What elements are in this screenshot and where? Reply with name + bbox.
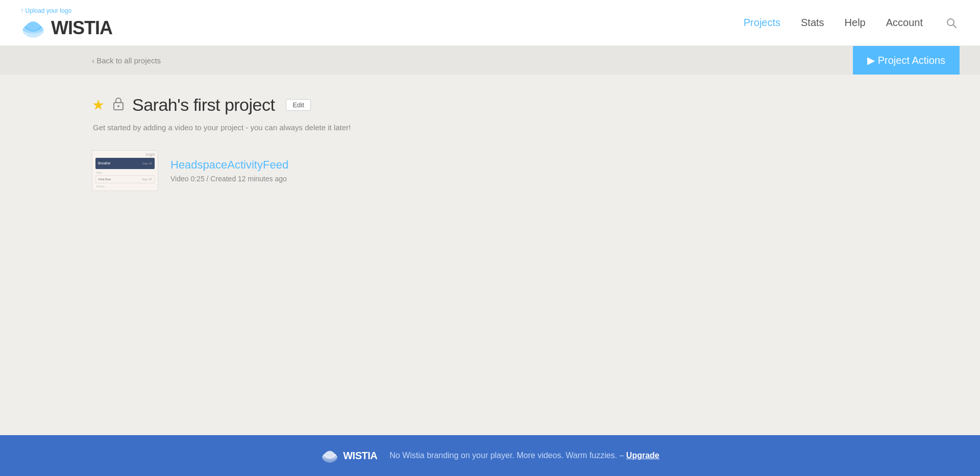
wistia-logo-icon xyxy=(20,18,46,38)
lock-icon xyxy=(113,97,124,113)
svg-line-1 xyxy=(953,25,957,28)
header-nav: Projects Stats Help Account xyxy=(744,15,960,31)
video-item[interactable]: bright Breathe Sep 19 Mini First Run Sep… xyxy=(92,150,960,191)
project-title-row: ★ Sarah's first project Edit xyxy=(92,95,960,115)
thumb-bar-light-1: First Run Sep 19 xyxy=(95,175,155,183)
search-button[interactable] xyxy=(943,15,960,31)
footer: WISTIA No Wistia branding on your player… xyxy=(0,435,980,476)
project-subtitle: Get started by adding a video to your pr… xyxy=(93,123,960,132)
sub-header: ‹ Back to all projects ▶ Project Actions xyxy=(0,46,980,75)
header: ↑ Upload your logo WISTIA Projects Stats… xyxy=(0,0,980,46)
footer-logo-text: WISTIA xyxy=(343,450,377,462)
video-info: HeadspaceActivityFeed Video 0:25 / Creat… xyxy=(170,158,288,183)
wistia-logo-text: WISTIA xyxy=(51,17,112,39)
main-content: ★ Sarah's first project Edit Get started… xyxy=(0,75,980,435)
logo-area: WISTIA xyxy=(20,17,112,39)
header-left: ↑ Upload your logo WISTIA xyxy=(20,7,112,39)
project-actions-button[interactable]: ▶ Project Actions xyxy=(853,46,960,75)
footer-upgrade-link[interactable]: Upgrade xyxy=(626,451,659,460)
nav-account[interactable]: Account xyxy=(886,17,923,29)
footer-logo: WISTIA xyxy=(321,448,377,463)
video-title-link[interactable]: HeadspaceActivityFeed xyxy=(170,158,288,172)
search-icon xyxy=(945,17,958,29)
lock-svg xyxy=(113,97,124,110)
project-title: Sarah's first project xyxy=(132,95,275,115)
edit-project-button[interactable]: Edit xyxy=(286,99,310,111)
star-icon[interactable]: ★ xyxy=(92,97,105,113)
video-list: bright Breathe Sep 19 Mini First Run Sep… xyxy=(92,150,960,191)
nav-stats[interactable]: Stats xyxy=(801,17,824,29)
nav-help[interactable]: Help xyxy=(845,17,866,29)
upload-logo-link[interactable]: ↑ Upload your logo xyxy=(20,7,71,14)
back-to-projects-link[interactable]: ‹ Back to all projects xyxy=(92,56,161,65)
nav-projects[interactable]: Projects xyxy=(744,17,780,29)
video-thumbnail: bright Breathe Sep 19 Mini First Run Sep… xyxy=(92,150,158,191)
thumb-bar-dark: Breathe Sep 19 xyxy=(95,158,155,169)
footer-message: No Wistia branding on your player. More … xyxy=(389,451,659,460)
footer-wistia-icon xyxy=(321,448,339,463)
video-meta: Video 0:25 / Created 12 minutes ago xyxy=(170,175,288,183)
svg-point-3 xyxy=(117,105,119,107)
